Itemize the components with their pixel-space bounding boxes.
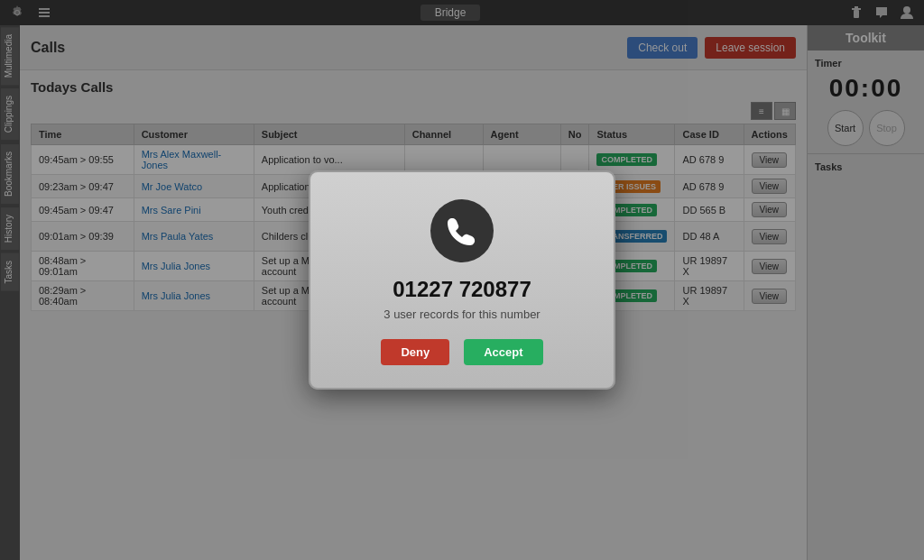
deny-button[interactable]: Deny (381, 339, 449, 365)
incoming-call-modal: 01227 720877 3 user records for this num… (309, 170, 615, 390)
modal-buttons: Deny Accept (328, 339, 596, 365)
phone-icon (430, 199, 494, 262)
accept-button[interactable]: Accept (464, 339, 542, 365)
modal-phone-number: 01227 720877 (328, 277, 596, 302)
modal-overlay[interactable]: 01227 720877 3 user records for this num… (0, 0, 924, 560)
modal-sub-text: 3 user records for this number (328, 308, 596, 321)
